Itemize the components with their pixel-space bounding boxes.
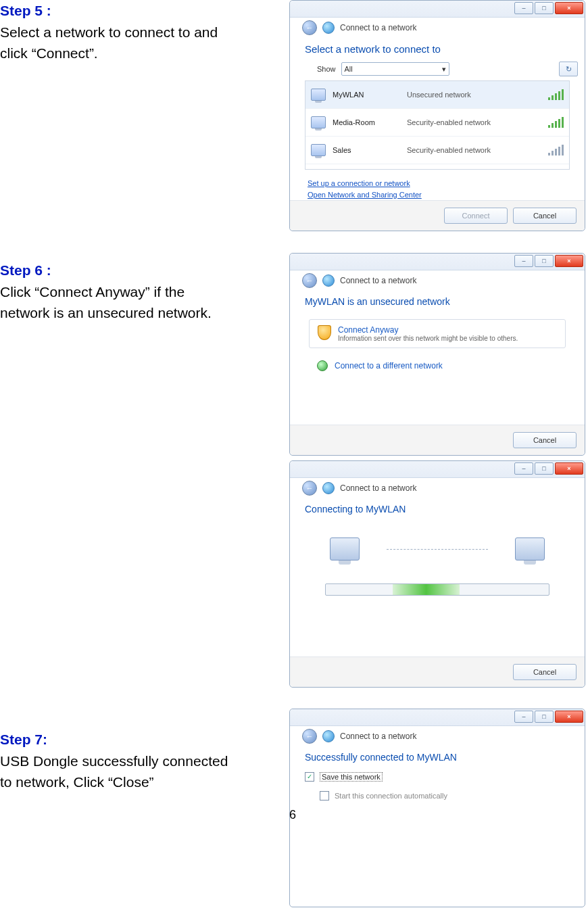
network-row-sales[interactable]: Sales Security-enabled network [305,137,569,164]
chevron-down-icon: ▾ [442,65,446,74]
network-name: Media-Room [326,118,407,126]
link-network-center[interactable]: Open Network and Sharing Center [308,189,585,201]
globe-icon [322,482,335,494]
cancel-button[interactable]: Cancel [513,208,577,224]
titlebar: – □ × [290,1,585,18]
page-heading: MyWLAN is an unsecured network [290,292,585,314]
close-button[interactable]: × [555,255,583,267]
globe-icon [322,22,335,34]
back-icon[interactable]: ← [302,273,317,288]
connection-graphic [290,521,585,567]
save-network-label: Save this network [320,772,383,782]
monitor-icon [311,144,326,156]
show-select[interactable]: All ▾ [341,62,449,76]
window-success: – □ × ← Connect to a network Successfull… [289,709,585,907]
server-icon [515,537,545,560]
minimize-button[interactable]: – [514,462,533,475]
step7-title: Step 7: [0,729,257,750]
page-heading: Connecting to MyWLAN [290,500,585,521]
back-icon[interactable]: ← [302,20,317,35]
window-title: Connect to a network [340,732,416,741]
pc-icon [330,537,360,560]
bottom-links: Set up a connection or network Open Netw… [290,172,585,200]
window-connecting: – □ × ← Connect to a network Connecting … [289,460,585,688]
arrow-icon [317,360,328,371]
network-status: Security-enabled network [407,118,548,126]
signal-icon [548,145,564,156]
window-select-network: – □ × ← Connect to a network Select a ne… [289,0,585,231]
option-label: Connect to a different network [335,361,443,371]
page-heading: Successfully connected to MyWLAN [290,748,585,769]
monitor-icon [311,89,326,101]
cancel-button[interactable]: Cancel [513,432,577,448]
globe-icon [322,730,335,742]
titlebar: – □ × [290,254,585,270]
checkbox-icon[interactable] [320,791,329,801]
globe-icon [322,274,335,287]
option-subtext: Information sent over this network might… [338,335,518,342]
step6-line1: Click “Connect Anyway” if the [0,281,257,303]
option-different-network[interactable]: Connect to a different network [290,354,585,378]
window-title: Connect to a network [340,483,416,493]
close-button[interactable]: × [555,462,583,475]
network-status: Security-enabled network [407,146,548,154]
step5-title: Step 5 : [0,0,257,22]
network-status: Unsecured network [407,91,548,99]
breadcrumb: ← Connect to a network [290,478,585,500]
step7-line1: USB Dongle successfully connected [0,750,257,772]
refresh-button[interactable]: ↻ [559,62,578,76]
window-unsecured-warning: – □ × ← Connect to a network MyWLAN is a… [289,253,585,456]
step6-title: Step 6 : [0,260,257,281]
step7-line2: to network, Click “Close” [0,771,257,793]
breadcrumb: ← Connect to a network [290,270,585,292]
network-row-mywlan[interactable]: MyWLAN Unsecured network [305,81,569,109]
close-button[interactable]: × [555,2,583,14]
minimize-button[interactable]: – [514,255,533,267]
maximize-button[interactable]: □ [535,711,554,723]
back-icon[interactable]: ← [302,729,317,744]
network-list: MyWLAN Unsecured network Media-Room Secu… [305,80,570,170]
breadcrumb: ← Connect to a network [290,726,585,748]
network-row-media-room[interactable]: Media-Room Security-enabled network [305,109,569,137]
option-connect-anyway[interactable]: Connect Anyway Information sent over thi… [309,319,566,348]
autostart-label: Start this connection automatically [335,792,447,800]
step5-line1: Select a network to connect to and [0,22,257,43]
window-title: Connect to a network [340,276,416,285]
maximize-button[interactable]: □ [535,462,554,475]
signal-icon [548,117,564,128]
maximize-button[interactable]: □ [535,2,554,14]
show-value: All [345,65,353,73]
progress-bar [325,583,549,596]
connect-button[interactable]: Connect [444,208,508,224]
titlebar: – □ × [290,461,585,478]
minimize-button[interactable]: – [514,2,533,14]
cancel-button[interactable]: Cancel [513,664,577,680]
step5-line2: click “Connect”. [0,43,257,64]
signal-icon [548,89,564,100]
show-label: Show [317,65,336,73]
network-name: MyWLAN [326,91,407,99]
breadcrumb: ← Connect to a network [290,18,585,39]
titlebar: – □ × [290,709,585,726]
window-title: Connect to a network [340,23,416,32]
link-setup-connection[interactable]: Set up a connection or network [308,178,585,189]
close-button[interactable]: × [555,711,583,723]
option-title: Connect Anyway [338,325,518,335]
autostart-row[interactable]: Start this connection automatically [290,788,585,807]
maximize-button[interactable]: □ [535,255,554,267]
step6-line2: network is an unsecured network. [0,302,257,324]
page-number: 6 [289,808,296,822]
dashed-line [387,549,488,550]
shield-icon [318,325,331,340]
checkbox-icon[interactable]: ✓ [305,772,314,782]
progress-fill [393,584,460,595]
minimize-button[interactable]: – [514,711,533,723]
monitor-icon [311,116,326,128]
save-network-row[interactable]: ✓ Save this network [290,769,585,788]
network-name: Sales [326,146,407,154]
page-heading: Select a network to connect to [290,39,585,62]
back-icon[interactable]: ← [302,481,317,496]
